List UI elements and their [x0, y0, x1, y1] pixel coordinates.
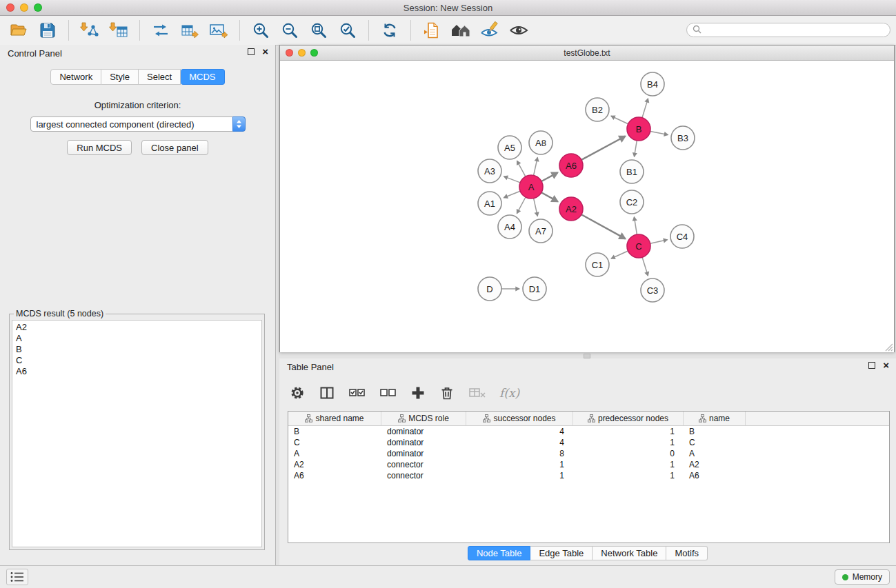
column-header-predecessor-nodes[interactable]: predecessor nodes — [573, 412, 684, 425]
close-panel-icon[interactable]: × — [262, 48, 268, 55]
network-node-label: A8 — [535, 138, 546, 148]
network-window-controls — [286, 49, 318, 57]
network-edge-B-B4[interactable] — [642, 99, 648, 118]
select-all-icon[interactable] — [348, 385, 366, 401]
network-edge-B-B2[interactable] — [611, 116, 628, 124]
export-table-icon[interactable] — [179, 19, 200, 41]
tab-motifs[interactable]: Motifs — [666, 546, 708, 560]
control-panel: Control Panel × NetworkStyleSelectMCDS O… — [0, 45, 276, 565]
minimize-network-window-button[interactable] — [298, 49, 306, 57]
deselect-all-icon[interactable] — [379, 385, 397, 401]
window-controls — [6, 3, 42, 12]
network-edge-A-A7[interactable] — [534, 199, 538, 216]
houses-icon[interactable] — [450, 19, 471, 41]
zoom-network-window-button[interactable] — [310, 49, 318, 57]
search-box[interactable] — [686, 23, 890, 37]
network-edge-A2-C[interactable] — [581, 214, 626, 239]
close-network-window-button[interactable] — [286, 49, 293, 57]
tab-mcds[interactable]: MCDS — [181, 69, 224, 85]
zoom-in-icon[interactable] — [250, 19, 271, 41]
tab-edge-table[interactable]: Edge Table — [530, 546, 593, 560]
network-edge-C-C2[interactable] — [634, 217, 637, 235]
table-body: Bdominator41BCdominator41CAdominator80AA… — [288, 426, 889, 481]
zoom-fit-icon[interactable] — [308, 19, 329, 41]
import-network-icon[interactable] — [79, 19, 100, 41]
network-edge-C-C3[interactable] — [642, 257, 648, 276]
add-column-icon[interactable] — [410, 385, 426, 401]
float-table-panel-icon[interactable] — [868, 362, 875, 369]
column-header-shared-name[interactable]: shared name — [288, 412, 381, 425]
optimization-dropdown[interactable]: largest connected component (directed) — [30, 116, 246, 132]
network-edge-A6-B[interactable] — [581, 136, 626, 160]
window-titlebar[interactable]: Session: New Session — [0, 0, 896, 16]
table-row[interactable]: A2connector11A2 — [288, 459, 889, 470]
task-history-button[interactable] — [6, 569, 28, 585]
zoom-window-button[interactable] — [34, 3, 42, 12]
network-node-label: C3 — [647, 285, 659, 296]
network-edge-A-A4[interactable] — [517, 197, 526, 214]
network-canvas[interactable]: B4B2BB3A5A8A6B1A3AC2A1A2A4A7CC4C1C3DD1 — [280, 61, 894, 352]
column-header-name[interactable]: name — [684, 412, 746, 425]
network-window-titlebar[interactable]: testGlobe.txt — [280, 45, 894, 61]
toolbar-separator — [368, 20, 369, 41]
control-panel-tabs: NetworkStyleSelectMCDS — [0, 69, 275, 85]
network-edge-A-A3[interactable] — [504, 176, 521, 183]
tab-network[interactable]: Network — [50, 69, 101, 85]
network-edge-A-A6[interactable] — [541, 172, 558, 181]
table-row[interactable]: Bdominator41B — [288, 426, 889, 437]
search-input[interactable] — [705, 25, 884, 36]
column-header-successor-nodes[interactable]: successor nodes — [466, 412, 573, 425]
network-edge-B-B3[interactable] — [650, 131, 668, 134]
columns-icon[interactable] — [319, 385, 335, 401]
mcds-result-list: A2ABCA6 — [12, 320, 262, 547]
column-header-MCDS-role[interactable]: MCDS role — [381, 412, 466, 425]
close-table-panel-icon[interactable]: × — [883, 362, 889, 369]
table-cell-filler — [746, 426, 889, 437]
orange-document-icon[interactable] — [421, 19, 442, 41]
resize-grip-icon[interactable] — [884, 342, 893, 352]
network-node-label: D — [486, 284, 492, 294]
import-table-icon[interactable] — [108, 19, 129, 41]
table-panel-title: Table Panel — [287, 362, 334, 372]
network-edge-C-C4[interactable] — [650, 240, 668, 244]
network-edge-C-C1[interactable] — [611, 251, 628, 258]
table-row[interactable]: A6connector11A6 — [288, 470, 889, 481]
gear-icon[interactable] — [289, 385, 306, 401]
table-cell: A — [684, 448, 746, 459]
memory-button[interactable]: Memory — [835, 569, 890, 585]
minimize-window-button[interactable] — [20, 3, 28, 12]
network-node-label: A — [528, 182, 535, 192]
network-edge-B-B1[interactable] — [635, 141, 637, 157]
network-edge-A-A1[interactable] — [504, 191, 520, 198]
run-mcds-button[interactable]: Run MCDS — [67, 140, 132, 155]
network-svg[interactable]: B4B2BB3A5A8A6B1A3AC2A1A2A4A7CC4C1C3DD1 — [280, 61, 894, 352]
network-edge-A-A5[interactable] — [517, 161, 526, 176]
refresh-layout-icon[interactable] — [379, 19, 400, 41]
network-edge-A-A2[interactable] — [541, 192, 558, 201]
table-cell: A2 — [684, 459, 746, 470]
table-row[interactable]: Adominator80A — [288, 448, 889, 459]
toolbar-separator — [139, 20, 140, 41]
eye-icon[interactable] — [508, 19, 529, 41]
eye-pencil-icon[interactable] — [479, 19, 500, 41]
network-edge-A-A8[interactable] — [534, 158, 538, 176]
function-builder-icon[interactable]: f(x) — [499, 386, 519, 400]
open-session-icon[interactable] — [8, 19, 29, 41]
tab-node-table[interactable]: Node Table — [468, 546, 531, 560]
zoom-out-icon[interactable] — [279, 19, 300, 41]
tab-network-table[interactable]: Network Table — [593, 546, 666, 560]
tab-style[interactable]: Style — [101, 69, 139, 85]
zoom-selected-icon[interactable] — [337, 19, 358, 41]
table-row[interactable]: Cdominator41C — [288, 437, 889, 448]
close-panel-button[interactable]: Close panel — [141, 140, 208, 155]
network-node-label: B — [636, 124, 642, 134]
float-panel-icon[interactable] — [248, 48, 255, 55]
delete-column-icon[interactable] — [439, 385, 455, 401]
mcds-result-item: C — [16, 355, 258, 366]
tab-select[interactable]: Select — [139, 69, 181, 85]
export-network-icon[interactable] — [150, 19, 171, 41]
export-image-icon[interactable] — [208, 19, 229, 41]
splitter-handle[interactable] — [584, 354, 590, 358]
close-window-button[interactable] — [6, 3, 14, 12]
save-session-icon[interactable] — [37, 19, 58, 41]
